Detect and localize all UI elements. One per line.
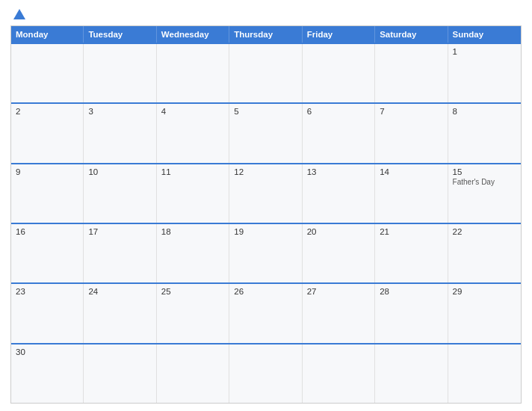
calendar-cell: 7: [375, 104, 448, 162]
calendar-header-row: MondayTuesdayWednesdayThursdayFridaySatu…: [11, 26, 521, 43]
calendar-cell: 19: [229, 224, 302, 282]
day-number: 8: [453, 107, 516, 116]
day-number: 1: [453, 47, 516, 56]
day-number: 23: [16, 287, 78, 296]
calendar-cell: 2: [11, 104, 84, 162]
calendar-week: 9101112131415Father's Day: [11, 163, 521, 223]
calendar-cell: [11, 44, 84, 102]
calendar-week: 23242526272829: [11, 282, 521, 342]
calendar-cell: 12: [229, 164, 302, 223]
calendar-cell: 9: [11, 164, 84, 223]
calendar-header-cell: Saturday: [375, 26, 448, 43]
day-number: 15: [453, 167, 516, 176]
day-number: 20: [307, 227, 370, 236]
calendar-cell: [303, 344, 375, 403]
calendar-cell: 27: [303, 284, 375, 342]
day-number: 2: [16, 107, 78, 116]
day-number: 21: [380, 227, 442, 236]
calendar-header-cell: Monday: [11, 26, 84, 43]
day-number: 7: [380, 107, 442, 116]
calendar-cell: [84, 344, 156, 403]
calendar-cell: 28: [375, 284, 448, 342]
calendar-cell: [229, 44, 302, 102]
calendar-header-cell: Tuesday: [84, 26, 156, 43]
logo-icon: [13, 7, 26, 21]
calendar-cell: 22: [448, 224, 521, 282]
calendar-cell: [157, 44, 229, 102]
calendar-cell: 8: [448, 104, 521, 162]
calendar-cell: 30: [11, 344, 84, 403]
day-number: 30: [16, 347, 78, 356]
calendar-cell: 20: [303, 224, 375, 282]
day-number: 24: [88, 287, 151, 296]
day-number: 4: [161, 107, 224, 116]
calendar-cell: 10: [84, 164, 156, 223]
calendar-cell: [157, 344, 229, 403]
calendar-cell: [84, 44, 156, 102]
svg-marker-0: [13, 9, 25, 19]
event-text: Father's Day: [453, 178, 516, 186]
calendar-cell: 6: [303, 104, 375, 162]
day-number: 3: [88, 107, 151, 116]
calendar-week: 16171819202122: [11, 223, 521, 282]
day-number: 11: [161, 167, 224, 176]
calendar-cell: 15Father's Day: [448, 164, 521, 223]
calendar-cell: 26: [229, 284, 302, 342]
calendar-week: 30: [11, 343, 521, 403]
calendar-cell: 11: [157, 164, 229, 223]
day-number: 25: [161, 287, 224, 296]
calendar-cell: 3: [84, 104, 156, 162]
day-number: 27: [307, 287, 370, 296]
day-number: 29: [453, 287, 516, 296]
calendar-header-cell: Wednesday: [157, 26, 229, 43]
day-number: 19: [234, 227, 297, 236]
calendar-cell: 13: [303, 164, 375, 223]
calendar-cell: 23: [11, 284, 84, 342]
day-number: 12: [234, 167, 297, 176]
day-number: 26: [234, 287, 297, 296]
day-number: 10: [88, 167, 151, 176]
day-number: 22: [453, 227, 516, 236]
calendar-cell: 24: [84, 284, 156, 342]
day-number: 17: [88, 227, 151, 236]
calendar-cell: 5: [229, 104, 302, 162]
calendar: MondayTuesdayWednesdayThursdayFridaySatu…: [10, 25, 522, 404]
day-number: 13: [307, 167, 370, 176]
calendar-cell: 17: [84, 224, 156, 282]
day-number: 28: [380, 287, 442, 296]
calendar-cell: [375, 344, 448, 403]
header: [10, 7, 522, 21]
calendar-cell: [229, 344, 302, 403]
day-number: 16: [16, 227, 78, 236]
calendar-cell: 4: [157, 104, 229, 162]
day-number: 9: [16, 167, 78, 176]
calendar-cell: 21: [375, 224, 448, 282]
logo: [10, 7, 28, 21]
calendar-cell: 14: [375, 164, 448, 223]
calendar-week: 2345678: [11, 102, 521, 162]
calendar-body: 123456789101112131415Father's Day1617181…: [11, 43, 521, 403]
calendar-header-cell: Friday: [303, 26, 375, 43]
calendar-header-cell: Sunday: [448, 26, 521, 43]
day-number: 6: [307, 107, 370, 116]
calendar-cell: 25: [157, 284, 229, 342]
day-number: 5: [234, 107, 297, 116]
calendar-cell: [375, 44, 448, 102]
calendar-cell: 16: [11, 224, 84, 282]
day-number: 14: [380, 167, 442, 176]
calendar-cell: 1: [448, 44, 521, 102]
calendar-week: 1: [11, 43, 521, 102]
calendar-header-cell: Thursday: [229, 26, 302, 43]
calendar-cell: 18: [157, 224, 229, 282]
calendar-cell: [303, 44, 375, 102]
day-number: 18: [161, 227, 224, 236]
calendar-cell: [448, 344, 521, 403]
page: MondayTuesdayWednesdayThursdayFridaySatu…: [0, 0, 532, 411]
calendar-cell: 29: [448, 284, 521, 342]
